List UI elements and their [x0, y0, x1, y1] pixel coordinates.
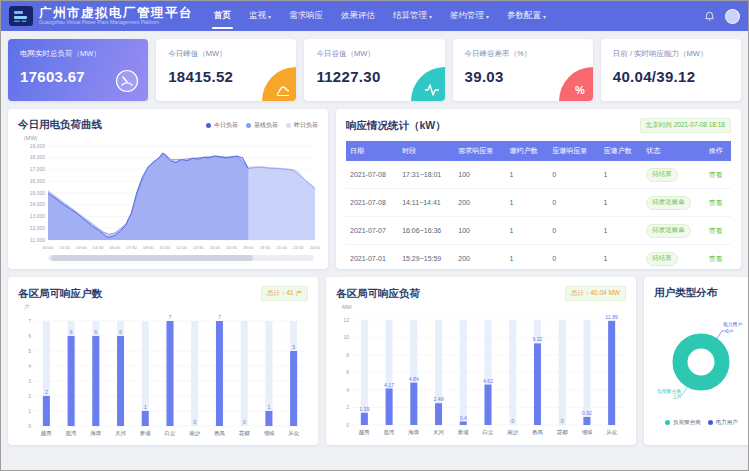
gauge-icon — [115, 69, 139, 93]
nav-item-2[interactable]: 监视▾ — [240, 1, 280, 31]
load-curve-legend: 今日负荷基线负荷昨日负荷 — [206, 121, 318, 130]
svg-text:13:30: 13:30 — [193, 245, 204, 250]
nav-item-3[interactable]: 需求响应 — [280, 1, 332, 31]
table-cell: 0 — [548, 189, 599, 217]
table-cell: 0 — [548, 245, 599, 273]
response-stats-panel: 响应情况统计（kW） 北京时间 2021-07-08 18:18 日期时段需求响… — [336, 109, 741, 269]
svg-text:3: 3 — [28, 378, 31, 384]
svg-text:21:00: 21:00 — [276, 245, 287, 250]
households-bar-chart: 012345672越秀6荔湾6海珠6天河1黄埔7白云0南沙7番禺0花都1增城5从… — [18, 311, 308, 439]
nav-item-5[interactable]: 结算管理▾ — [384, 1, 441, 31]
legend-item[interactable]: 负荷聚合商 — [665, 419, 701, 426]
responsive-load-title: 各区局可响应负荷 — [336, 287, 420, 301]
svg-text:09:00: 09:00 — [143, 245, 154, 250]
nav-item-7[interactable]: 参数配置▾ — [498, 1, 555, 31]
table-cell: 1 — [599, 245, 642, 273]
svg-text:增城: 增城 — [581, 429, 593, 435]
svg-text:花都: 花都 — [557, 429, 569, 436]
legend-dot-icon — [246, 123, 251, 128]
table-cell-status: 待结算 — [642, 161, 704, 189]
view-link[interactable]: 查看 — [709, 255, 723, 262]
svg-text:6: 6 — [28, 333, 31, 339]
nav-item-label: 监视 — [249, 10, 266, 22]
svg-text:增城: 增城 — [263, 430, 275, 436]
top-nav-bar: 广州市虚拟电厂管理平台 Guangzhou Virtual Power Plan… — [1, 1, 748, 31]
svg-text:0: 0 — [511, 418, 514, 424]
view-link[interactable]: 查看 — [709, 227, 723, 234]
svg-text:电力用户: 电力用户 — [723, 321, 742, 328]
table-cell: 2021-07-08 — [346, 161, 398, 189]
beijing-time-badge: 北京时间 2021-07-08 18:18 — [640, 118, 731, 133]
nav-item-label: 首页 — [214, 10, 231, 22]
chart-zoom-slider[interactable] — [48, 255, 314, 261]
svg-text:海珠: 海珠 — [408, 429, 420, 436]
svg-text:0: 0 — [561, 418, 564, 424]
svg-text:07:30: 07:30 — [126, 245, 137, 250]
svg-text:24:00: 24:00 — [310, 245, 320, 250]
nav-item-6[interactable]: 签约管理▾ — [441, 1, 498, 31]
table-column-header: 应邀户数 — [599, 141, 642, 161]
view-link[interactable]: 查看 — [709, 199, 723, 206]
svg-text:0: 0 — [193, 419, 196, 425]
legend-dot-icon — [708, 420, 713, 425]
table-row: 2021-07-0115:29~15:59200101待结算查看 — [346, 245, 731, 273]
kpi-card-label: 日前 / 实时响应能力（MW） — [613, 49, 729, 59]
svg-text:6: 6 — [70, 329, 73, 335]
kpi-card-3: 今日谷值（MW）11227.30 — [304, 39, 444, 101]
svg-text:从化: 从化 — [606, 429, 618, 436]
svg-text:花都: 花都 — [239, 430, 251, 437]
legend-label: 今日负荷 — [214, 121, 238, 130]
table-column-header: 时段 — [398, 141, 454, 161]
legend-item[interactable]: 今日负荷 — [206, 121, 238, 130]
nav-item-label: 需求响应 — [289, 10, 323, 22]
dashboard-page: 广州市虚拟电厂管理平台 Guangzhou Virtual Power Plan… — [0, 0, 749, 471]
table-cell: 14:11~14:41 — [398, 189, 454, 217]
percent-icon: % — [572, 83, 588, 97]
legend-label: 昨日负荷 — [294, 121, 318, 130]
svg-text:17,000: 17,000 — [30, 166, 46, 172]
view-link[interactable]: 查看 — [709, 171, 723, 178]
legend-dot-icon — [665, 420, 670, 425]
table-cell: 200 — [454, 245, 505, 273]
svg-text:03:00: 03:00 — [76, 245, 87, 250]
svg-text:白云: 白云 — [483, 429, 495, 436]
svg-text:18:00: 18:00 — [243, 245, 254, 250]
responsive-load-panel: 各区局可响应负荷 总计：40.04 MW MW 0246810121.39越秀4… — [326, 277, 636, 445]
legend-item[interactable]: 基线负荷 — [246, 121, 278, 130]
nav-item-label: 效果评估 — [341, 10, 375, 22]
app-subtitle: Guangzhou Virtual Power Plant Management… — [39, 20, 193, 26]
svg-text:5: 5 — [292, 344, 295, 350]
table-cell: 200 — [454, 189, 505, 217]
middle-row: 今日用电负荷曲线 今日负荷基线负荷昨日负荷 (MW) 11,00012,0001… — [8, 109, 741, 269]
households-title: 各区局可响应户数 — [18, 287, 102, 301]
svg-text:19:30: 19:30 — [260, 245, 271, 250]
responsive-load-total-badge: 总计：40.04 MW — [565, 286, 626, 301]
nav-item-1[interactable]: 首页 — [205, 1, 240, 31]
bottom-row: 各区局可响应户数 总计：41 户 户 012345672越秀6荔湾6海珠6天河1… — [8, 277, 741, 445]
svg-text:天河: 天河 — [115, 430, 127, 437]
svg-text:06:00: 06:00 — [110, 245, 121, 250]
svg-text:0: 0 — [346, 422, 349, 428]
svg-text:14,000: 14,000 — [30, 201, 46, 207]
svg-text:9.32: 9.32 — [532, 336, 542, 342]
topbar-right — [704, 9, 740, 24]
table-cell: 1 — [505, 161, 548, 189]
legend-item[interactable]: 昨日负荷 — [286, 121, 318, 130]
svg-text:16:30: 16:30 — [226, 245, 237, 250]
svg-text:番禺: 番禺 — [214, 430, 225, 437]
svg-text:10:30: 10:30 — [160, 245, 171, 250]
table-cell: 16:06~16:36 — [398, 217, 454, 245]
kpi-card-label: 今日峰谷差率（%） — [465, 49, 581, 59]
notification-icon[interactable] — [704, 11, 715, 22]
main-content: 电网实时总负荷（MW）17603.67今日峰值（MW）18415.52今日谷值（… — [1, 31, 748, 453]
legend-item[interactable]: 电力用户 — [708, 419, 738, 426]
table-cell: 1 — [505, 245, 548, 273]
user-avatar[interactable] — [725, 9, 740, 24]
user-types-title: 用户类型分布 — [654, 286, 717, 300]
svg-text:2: 2 — [346, 404, 349, 410]
table-cell: 1 — [599, 189, 642, 217]
nav-item-4[interactable]: 效果评估 — [332, 1, 384, 31]
svg-text:7: 7 — [218, 314, 221, 320]
svg-text:负荷聚合商: 负荷聚合商 — [657, 388, 681, 395]
chart-zoom-slider-fill[interactable] — [51, 255, 253, 261]
